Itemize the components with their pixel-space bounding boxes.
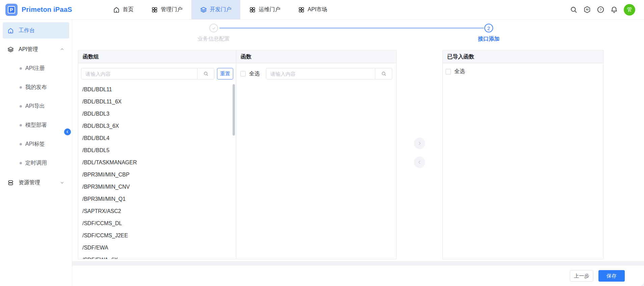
sidebar-sub-item-label: API注册 xyxy=(25,65,45,72)
sidebar-collapse-button[interactable] xyxy=(64,128,71,135)
function-group-item[interactable]: /SDF/EWA xyxy=(81,242,233,254)
user-avatar[interactable]: 管 xyxy=(624,4,635,16)
chevron-down-icon xyxy=(60,180,64,185)
nav-item-label: 运维门户 xyxy=(259,6,280,13)
function-panel: 函数 全选 xyxy=(236,50,397,259)
nav-item-admin-portal[interactable]: 管理门户 xyxy=(142,0,191,19)
reset-button[interactable]: 重置 xyxy=(217,68,233,79)
function-select-all-checkbox[interactable] xyxy=(240,71,246,76)
ai-assistant-icon[interactable]: AI xyxy=(583,6,591,14)
function-select-all-label: 全选 xyxy=(249,70,260,77)
imported-functions-panel-title: 已导入函数 xyxy=(443,50,603,63)
step-2-label: 接口添加 xyxy=(452,35,526,43)
function-group-panel-title: 函数组 xyxy=(78,50,236,63)
function-group-item[interactable]: /SDF/EWA_6X xyxy=(81,254,233,259)
bullet-icon xyxy=(20,105,22,108)
search-icon xyxy=(203,71,209,76)
sidebar-item-label: 工作台 xyxy=(19,27,35,34)
database-icon xyxy=(7,180,14,186)
brand-logo-icon: P xyxy=(5,4,18,16)
nav-item-api-market[interactable]: API市场 xyxy=(289,0,336,19)
notification-bell-icon[interactable] xyxy=(610,6,618,14)
layers-icon xyxy=(7,46,14,53)
sidebar-sub-item-label: 定时调用 xyxy=(25,160,47,167)
api-mgmt-submenu: API注册 我的发布 API导出 模型部署 xyxy=(0,57,72,172)
bullet-icon xyxy=(20,67,22,70)
previous-step-button[interactable]: 上一步 xyxy=(570,270,593,282)
search-icon xyxy=(381,71,386,76)
sidebar-sub-item[interactable]: 我的发布 xyxy=(0,78,72,97)
bullet-icon xyxy=(20,86,22,89)
portal-nav: 首页 管理门户 开发门户 运维门户 API市场 xyxy=(104,0,336,19)
transfer-controls xyxy=(397,50,442,259)
home-icon xyxy=(7,27,14,34)
top-navbar: P Primeton iPaaS 首页 管理门户 开发门户 运维门户 xyxy=(0,0,644,20)
move-right-button[interactable] xyxy=(414,138,425,149)
function-group-item[interactable]: /BPR3MI/MIN_CBP xyxy=(81,169,233,181)
brand-name: Primeton iPaaS xyxy=(22,6,72,14)
chevron-up-icon xyxy=(60,47,64,52)
imported-select-all-label: 全选 xyxy=(454,68,465,75)
grid-icon xyxy=(249,6,256,13)
sidebar-sub-item-label: API导出 xyxy=(25,103,45,110)
imported-functions-panel: 已导入函数 全选 xyxy=(442,50,603,259)
check-icon xyxy=(211,26,216,31)
wizard-card: 2 业务信息配置 接口添加 函数组 xyxy=(72,20,644,261)
function-group-item[interactable]: /BDL/BDL3 xyxy=(81,108,233,120)
brand: P Primeton iPaaS xyxy=(0,0,72,19)
chevron-right-icon xyxy=(417,141,422,146)
function-search-button[interactable] xyxy=(375,68,392,79)
svg-text:AI: AI xyxy=(586,8,588,11)
home-icon xyxy=(113,6,120,13)
chevron-left-icon xyxy=(65,130,70,134)
navbar-actions: AI ? 管 xyxy=(570,0,644,19)
nav-item-label: 管理门户 xyxy=(161,6,183,13)
sidebar-sub-item-label: 我的发布 xyxy=(25,84,47,91)
sidebar-group-api-mgmt[interactable]: API管理 xyxy=(0,41,72,57)
save-button[interactable]: 保存 xyxy=(598,270,625,282)
function-group-list: /BDL/BDL11 /BDL/BDL11_6X /BDL/BDL3 /BDL/… xyxy=(81,84,233,259)
help-icon[interactable]: ? xyxy=(597,6,605,14)
layers-icon xyxy=(200,6,207,13)
function-group-item[interactable]: /BDL/BDL5 xyxy=(81,144,233,157)
sidebar-group-label: API管理 xyxy=(19,46,38,53)
nav-item-label: API市场 xyxy=(308,6,327,13)
function-group-item[interactable]: /SAPTRX/ASC2 xyxy=(81,205,233,217)
nav-item-label: 首页 xyxy=(123,6,134,13)
sidebar-sub-item-label: API标签 xyxy=(25,141,45,148)
nav-item-ops-portal[interactable]: 运维门户 xyxy=(240,0,289,19)
function-group-search-input[interactable] xyxy=(81,68,197,79)
list-scrollbar[interactable] xyxy=(233,84,235,136)
sidebar-sub-item[interactable]: API注册 xyxy=(0,59,72,78)
function-group-item[interactable]: /BDL/BDL4 xyxy=(81,132,233,144)
function-group-item[interactable]: /BDL/BDL3_6X xyxy=(81,120,233,132)
function-group-item[interactable]: /BPR3MI/MIN_Q1 xyxy=(81,193,233,205)
move-left-button[interactable] xyxy=(414,157,425,168)
app-window: P Primeton iPaaS 首页 管理门户 开发门户 运维门户 xyxy=(0,0,644,286)
nav-item-home[interactable]: 首页 xyxy=(104,0,142,19)
function-group-item[interactable]: /BDL/BDL11 xyxy=(81,84,233,96)
function-search-input[interactable] xyxy=(266,68,375,79)
function-group-search-button[interactable] xyxy=(197,68,214,79)
sidebar-group-label: 资源管理 xyxy=(19,179,40,186)
bullet-icon xyxy=(20,124,22,126)
sidebar-sub-item[interactable]: API导出 xyxy=(0,97,72,116)
sidebar: 工作台 API管理 API注册 我的发布 xyxy=(0,20,72,286)
nav-item-dev-portal[interactable]: 开发门户 xyxy=(191,0,240,19)
step-2-circle: 2 xyxy=(484,24,493,32)
sidebar-sub-item[interactable]: 定时调用 xyxy=(0,153,72,172)
function-group-item[interactable]: /BDL/TASKMANAGER xyxy=(81,157,233,169)
transfer-panels: 函数组 重置 xyxy=(78,50,603,259)
sidebar-sub-item[interactable]: API标签 xyxy=(0,135,72,153)
sidebar-item-workbench[interactable]: 工作台 xyxy=(3,22,69,39)
sidebar-group-resource-mgmt[interactable]: 资源管理 xyxy=(0,174,72,191)
function-group-item[interactable]: /SDF/CCMS_DL xyxy=(81,217,233,230)
sidebar-sub-item[interactable]: 模型部署 xyxy=(0,116,72,135)
function-group-item[interactable]: /BPR3MI/MIN_CNV xyxy=(81,181,233,193)
imported-select-all-checkbox[interactable] xyxy=(446,69,451,74)
search-icon[interactable] xyxy=(570,6,578,14)
function-group-item[interactable]: /SDF/CCMS_J2EE xyxy=(81,230,233,242)
function-group-item[interactable]: /BDL/BDL11_6X xyxy=(81,96,233,108)
main-content: 2 业务信息配置 接口添加 函数组 xyxy=(72,20,644,286)
bullet-icon xyxy=(20,162,22,164)
